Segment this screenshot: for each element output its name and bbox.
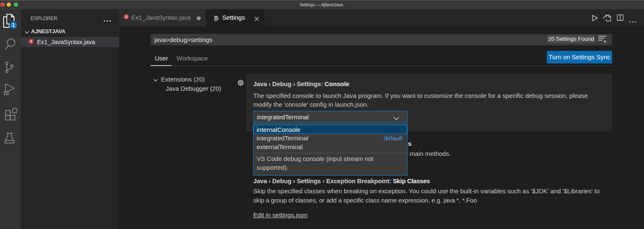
svg-text:1: 1 xyxy=(12,22,15,28)
